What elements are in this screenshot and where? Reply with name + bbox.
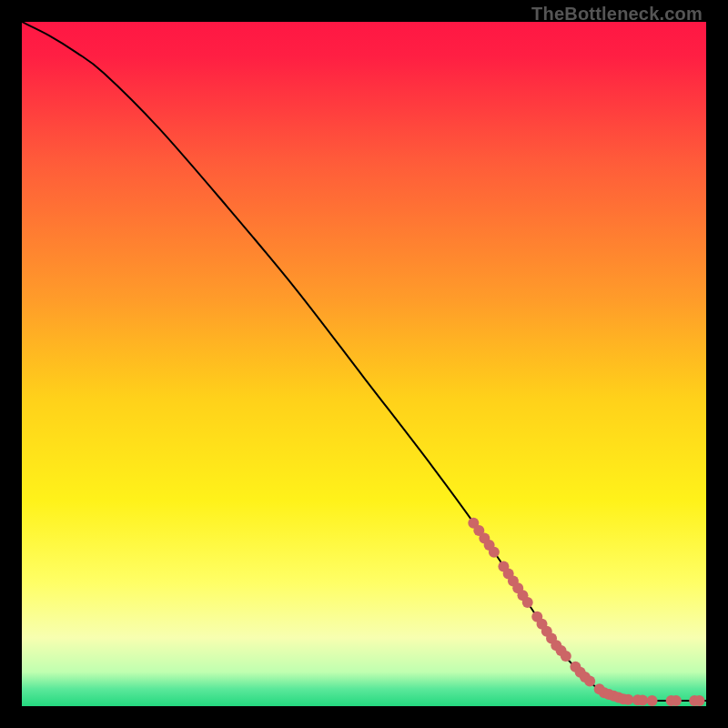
bottleneck-curve (22, 22, 706, 701)
data-marker (693, 695, 704, 706)
data-marker (584, 675, 595, 686)
watermark-text: TheBottleneck.com (531, 4, 703, 25)
data-marker (489, 547, 500, 558)
data-marker (647, 695, 658, 706)
data-marker (671, 695, 682, 706)
data-marker (622, 694, 633, 705)
data-marker (637, 694, 648, 705)
data-marker (522, 597, 533, 608)
data-marker (561, 651, 571, 662)
chart-frame: TheBottleneck.com (0, 0, 728, 728)
chart-svg (22, 22, 706, 706)
